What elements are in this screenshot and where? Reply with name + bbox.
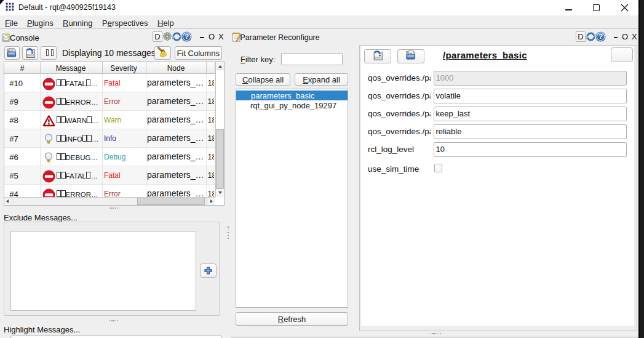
svg-text:?: ? — [185, 33, 189, 40]
svg-text:?: ? — [598, 33, 603, 40]
